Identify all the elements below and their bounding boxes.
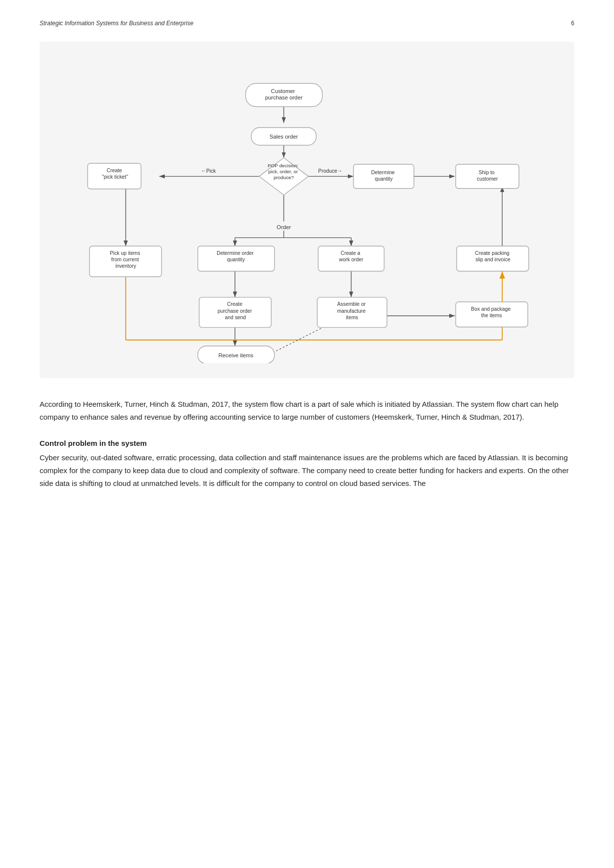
node-receive-items-text: Receive items: [218, 352, 253, 358]
order-label: Order: [277, 224, 291, 230]
flowchart-svg: ←Pick Produce→ Order: [49, 56, 565, 363]
section-heading-control: Control problem in the system: [40, 439, 574, 447]
paragraph2: Cyber security, out-dated software, erra…: [40, 451, 574, 490]
header-title: Strategic Information Systems for Busine…: [40, 20, 193, 27]
header-row: Strategic Information Systems for Busine…: [40, 20, 574, 27]
paragraph2-section: Cyber security, out-dated software, erra…: [40, 451, 574, 490]
header-page: 6: [571, 20, 574, 27]
page: Strategic Information Systems for Busine…: [0, 0, 614, 868]
flowchart-container: ←Pick Produce→ Order: [40, 42, 574, 378]
node-sales-order-text: Sales order: [270, 134, 298, 140]
label-pick: ←Pick: [201, 168, 216, 174]
section-heading-text: Control problem in the system: [40, 439, 574, 447]
paragraph1: According to Heemskerk, Turner, Hinch & …: [40, 398, 574, 424]
paragraph1-section: According to Heemskerk, Turner, Hinch & …: [40, 398, 574, 424]
label-produce: Produce→: [318, 168, 342, 174]
